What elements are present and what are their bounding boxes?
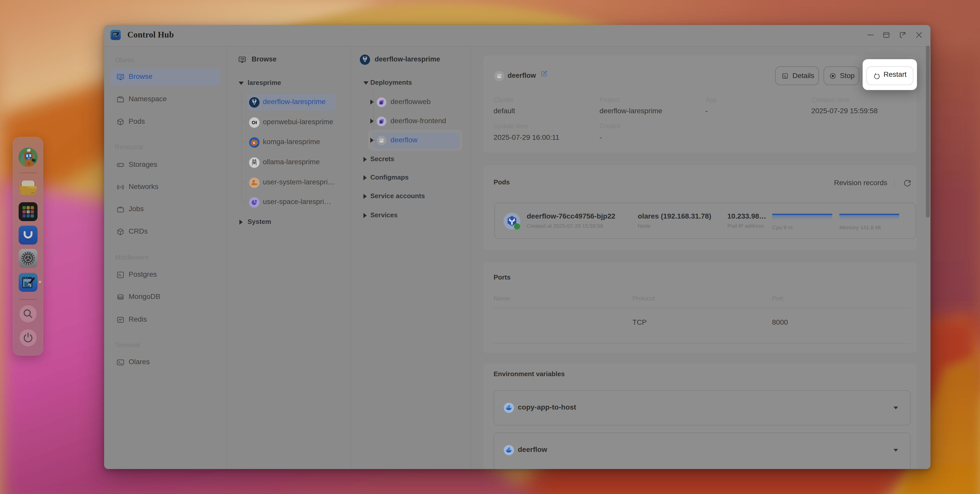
svg-text:K: K	[253, 141, 256, 145]
